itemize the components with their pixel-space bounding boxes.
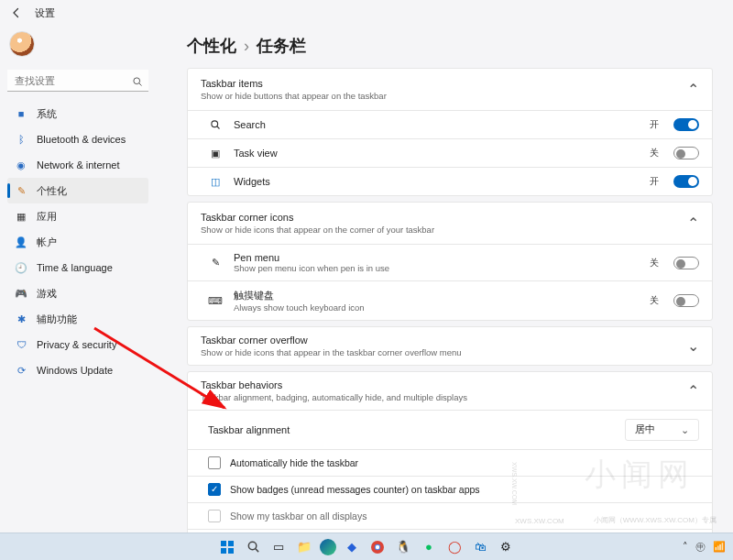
watermark-url1: XWS.XW.COM <box>515 517 564 525</box>
section-behaviors: Taskbar behaviors Taskbar alignment, bad… <box>187 371 713 533</box>
user-profile[interactable] <box>7 27 148 66</box>
accessibility-icon: ✱ <box>15 313 27 325</box>
chevron-right-icon: › <box>244 37 249 56</box>
taskbar-edge-icon[interactable] <box>320 539 336 555</box>
sidebar-item-time[interactable]: 🕘Time & language <box>7 255 148 280</box>
chevron-up-icon: ⌃ <box>687 382 699 400</box>
chevron-down-icon: ⌄ <box>681 424 689 435</box>
sidebar-item-gaming[interactable]: 🎮游戏 <box>7 280 148 306</box>
main-content: 个性化 › 任务栏 Taskbar items Show or hide but… <box>156 22 733 533</box>
system-tray[interactable]: ˄ ㊥ 📶 <box>683 540 726 554</box>
checkbox-all-displays <box>208 510 221 522</box>
section-corner-icons: Taskbar corner icons Show or hide icons … <box>187 202 713 321</box>
sidebar-item-accounts[interactable]: 👤帐户 <box>7 229 148 255</box>
person-icon: 👤 <box>15 236 27 248</box>
row-touchkb: ⌨ 触摸键盘 Always show touch keyboard icon 关 <box>188 280 712 320</box>
section-header-corner[interactable]: Taskbar corner icons Show or hide icons … <box>188 203 712 244</box>
section-overflow: Taskbar corner overflow Show or hide ico… <box>187 326 713 366</box>
tray-network-icon[interactable]: 📶 <box>713 541 726 553</box>
opt-badges[interactable]: Show badges (unread messages counter) on… <box>188 476 712 502</box>
checkbox-autohide[interactable] <box>208 456 221 469</box>
alignment-dropdown[interactable]: 居中 ⌄ <box>625 419 699 441</box>
pen-icon: ✎ <box>208 257 223 269</box>
sidebar-item-personalization[interactable]: ✎个性化 <box>7 178 148 203</box>
taskbar-qq-icon[interactable]: 🐧 <box>393 537 413 557</box>
opt-autohide[interactable]: Automatically hide the taskbar <box>188 449 712 476</box>
svg-point-2 <box>212 121 218 127</box>
svg-rect-6 <box>228 541 234 546</box>
sidebar-item-update[interactable]: ⟳Windows Update <box>7 357 148 383</box>
breadcrumb: 个性化 › 任务栏 <box>187 35 713 57</box>
search-icon <box>208 119 223 130</box>
row-taskview: ▣ Task view 关 <box>188 138 712 167</box>
tray-ime-icon[interactable]: ㊥ <box>695 540 706 554</box>
sidebar: ■系统 ᛒBluetooth & devices ◉Network & inte… <box>0 22 156 533</box>
breadcrumb-current: 任务栏 <box>257 35 306 57</box>
tray-chevron-icon[interactable]: ˄ <box>683 541 688 553</box>
search-box[interactable] <box>7 70 148 92</box>
section-header-overflow[interactable]: Taskbar corner overflow Show or hide ico… <box>188 327 712 365</box>
toggle-touchkb[interactable] <box>673 294 699 307</box>
wifi-icon: ◉ <box>15 159 27 171</box>
svg-point-13 <box>376 544 379 548</box>
taskview-icon: ▣ <box>208 148 223 159</box>
row-alignment: Taskbar alignment 居中 ⌄ <box>188 410 712 449</box>
taskbar-app2-icon[interactable]: ◯ <box>444 537 465 557</box>
row-widgets: ◫ Widgets 开 <box>188 167 712 195</box>
update-icon: ⟳ <box>15 365 27 377</box>
back-button[interactable] <box>9 5 24 20</box>
taskbar-taskview-icon[interactable]: ▭ <box>268 537 289 557</box>
checkbox-badges[interactable] <box>208 483 221 496</box>
shield-icon: 🛡 <box>15 339 27 350</box>
svg-line-10 <box>255 549 257 552</box>
taskbar-settings-icon[interactable]: ⚙ <box>496 537 516 557</box>
clock-icon: 🕘 <box>15 262 27 274</box>
taskbar-store-icon[interactable]: 🛍 <box>470 537 490 557</box>
chevron-up-icon: ⌃ <box>687 214 699 232</box>
svg-point-9 <box>248 542 256 549</box>
section-header-items[interactable]: Taskbar items Show or hide buttons that … <box>188 69 712 110</box>
svg-rect-5 <box>221 541 226 546</box>
toggle-widgets[interactable] <box>673 175 699 188</box>
widgets-icon: ◫ <box>208 176 223 188</box>
taskbar-chrome-icon[interactable] <box>367 537 388 557</box>
chevron-down-icon: ⌄ <box>687 337 699 355</box>
monitor-icon: ■ <box>15 108 27 119</box>
section-taskbar-items: Taskbar items Show or hide buttons that … <box>187 68 713 196</box>
svg-line-3 <box>217 126 220 129</box>
breadcrumb-parent[interactable]: 个性化 <box>187 35 236 57</box>
sidebar-item-system[interactable]: ■系统 <box>7 101 148 126</box>
svg-point-0 <box>134 78 140 84</box>
start-button[interactable] <box>217 537 237 557</box>
app-title: 设置 <box>35 6 55 20</box>
brush-icon: ✎ <box>15 185 27 197</box>
toggle-pen[interactable] <box>673 257 699 269</box>
toggle-taskview[interactable] <box>673 147 699 159</box>
toggle-search[interactable] <box>673 118 699 131</box>
sidebar-item-bluetooth[interactable]: ᛒBluetooth & devices <box>7 126 148 152</box>
section-header-behaviors[interactable]: Taskbar behaviors Taskbar alignment, bad… <box>188 372 712 410</box>
taskbar: ▭ 📁 ◆ 🐧 ● ◯ 🛍 ⚙ ˄ ㊥ 📶 <box>0 533 733 560</box>
search-input[interactable] <box>7 70 148 92</box>
row-pen: ✎ Pen menu Show pen menu icon when pen i… <box>188 244 712 280</box>
keyboard-icon: ⌨ <box>208 295 223 307</box>
svg-line-1 <box>139 83 142 86</box>
taskbar-wechat-icon[interactable]: ● <box>419 537 439 557</box>
watermark-url2: 小闻网（WWW.XWS.XW.COM）专属 <box>594 515 717 525</box>
sidebar-item-network[interactable]: ◉Network & internet <box>7 152 148 178</box>
chevron-up-icon: ⌃ <box>687 81 699 98</box>
taskbar-app-icon[interactable]: ◆ <box>342 537 362 557</box>
apps-icon: ▦ <box>15 211 27 223</box>
svg-rect-7 <box>221 548 226 554</box>
sidebar-item-privacy[interactable]: 🛡Privacy & security <box>7 332 148 357</box>
search-icon <box>132 74 143 91</box>
watermark-side: XWS.XW.COM <box>509 462 518 505</box>
taskbar-explorer-icon[interactable]: 📁 <box>294 537 314 557</box>
row-search: Search 开 <box>188 110 712 138</box>
sidebar-item-apps[interactable]: ▦应用 <box>7 203 148 229</box>
avatar <box>9 31 35 57</box>
bluetooth-icon: ᛒ <box>15 134 27 145</box>
taskbar-search-icon[interactable] <box>243 537 263 557</box>
sidebar-item-accessibility[interactable]: ✱辅助功能 <box>7 306 148 332</box>
svg-rect-8 <box>228 548 234 554</box>
